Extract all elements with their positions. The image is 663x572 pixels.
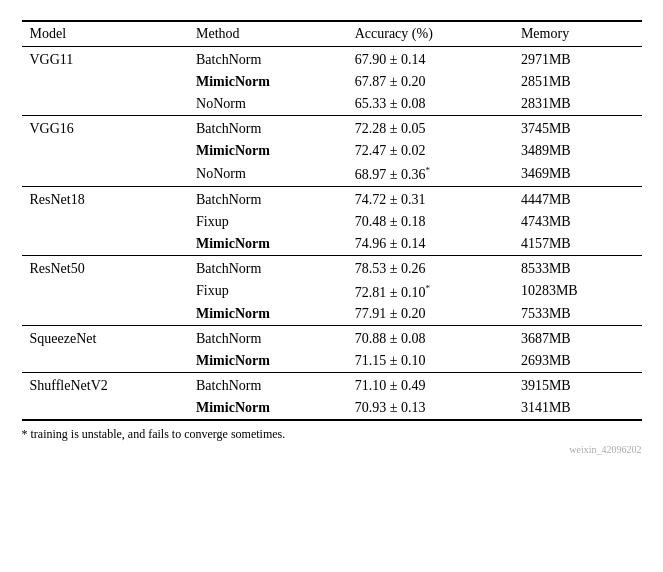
table-row: MimicNorm71.15 ± 0.102693MB <box>22 350 642 373</box>
cell-method: BatchNorm <box>188 116 347 141</box>
cell-accuracy: 67.87 ± 0.20 <box>347 71 513 93</box>
table-row: ShuffleNetV2BatchNorm71.10 ± 0.493915MB <box>22 373 642 398</box>
table-row: SqueezeNetBatchNorm70.88 ± 0.083687MB <box>22 326 642 351</box>
cell-method: NoNorm <box>188 162 347 186</box>
cell-model <box>22 303 189 326</box>
table-row: MimicNorm67.87 ± 0.202851MB <box>22 71 642 93</box>
cell-method: Fixup <box>188 211 347 233</box>
col-header-accuracy: Accuracy (%) <box>347 21 513 47</box>
table-row: ResNet50BatchNorm78.53 ± 0.268533MB <box>22 255 642 280</box>
cell-method: MimicNorm <box>188 233 347 256</box>
cell-memory: 2693MB <box>513 350 642 373</box>
cell-memory: 4157MB <box>513 233 642 256</box>
cell-method: BatchNorm <box>188 186 347 211</box>
cell-accuracy: 72.47 ± 0.02 <box>347 140 513 162</box>
cell-accuracy: 72.28 ± 0.05 <box>347 116 513 141</box>
table-row: MimicNorm70.93 ± 0.133141MB <box>22 397 642 420</box>
cell-accuracy: 72.81 ± 0.10* <box>347 280 513 304</box>
table-row: Fixup72.81 ± 0.10*10283MB <box>22 280 642 304</box>
cell-accuracy: 70.93 ± 0.13 <box>347 397 513 420</box>
cell-accuracy: 74.72 ± 0.31 <box>347 186 513 211</box>
cell-memory: 8533MB <box>513 255 642 280</box>
cell-method: Fixup <box>188 280 347 304</box>
cell-method: BatchNorm <box>188 326 347 351</box>
cell-memory: 2851MB <box>513 71 642 93</box>
cell-memory: 3141MB <box>513 397 642 420</box>
cell-model: SqueezeNet <box>22 326 189 351</box>
footnote-text: * training is unstable, and fails to con… <box>22 427 286 441</box>
cell-method: BatchNorm <box>188 373 347 398</box>
table-row: NoNorm68.97 ± 0.36*3469MB <box>22 162 642 186</box>
cell-accuracy: 68.97 ± 0.36* <box>347 162 513 186</box>
cell-model <box>22 350 189 373</box>
footnote: * training is unstable, and fails to con… <box>22 427 642 442</box>
cell-method: BatchNorm <box>188 255 347 280</box>
table-row: Fixup70.48 ± 0.184743MB <box>22 211 642 233</box>
cell-model: ResNet18 <box>22 186 189 211</box>
cell-method: MimicNorm <box>188 350 347 373</box>
cell-model <box>22 233 189 256</box>
table-row: MimicNorm77.91 ± 0.207533MB <box>22 303 642 326</box>
cell-model <box>22 93 189 116</box>
cell-memory: 10283MB <box>513 280 642 304</box>
cell-accuracy: 78.53 ± 0.26 <box>347 255 513 280</box>
col-header-method: Method <box>188 21 347 47</box>
cell-model: ShuffleNetV2 <box>22 373 189 398</box>
cell-model <box>22 140 189 162</box>
cell-accuracy: 67.90 ± 0.14 <box>347 47 513 72</box>
cell-model <box>22 211 189 233</box>
cell-method: NoNorm <box>188 93 347 116</box>
cell-memory: 2971MB <box>513 47 642 72</box>
cell-accuracy: 74.96 ± 0.14 <box>347 233 513 256</box>
cell-method: MimicNorm <box>188 71 347 93</box>
cell-model: VGG11 <box>22 47 189 72</box>
table-row: VGG16BatchNorm72.28 ± 0.053745MB <box>22 116 642 141</box>
col-header-memory: Memory <box>513 21 642 47</box>
cell-model <box>22 280 189 304</box>
table-row: ResNet18BatchNorm74.72 ± 0.314447MB <box>22 186 642 211</box>
cell-memory: 3489MB <box>513 140 642 162</box>
cell-model: ResNet50 <box>22 255 189 280</box>
table-row: NoNorm65.33 ± 0.082831MB <box>22 93 642 116</box>
cell-memory: 2831MB <box>513 93 642 116</box>
table-row: MimicNorm74.96 ± 0.144157MB <box>22 233 642 256</box>
cell-memory: 3915MB <box>513 373 642 398</box>
cell-method: MimicNorm <box>188 140 347 162</box>
cell-memory: 3469MB <box>513 162 642 186</box>
header-row: Model Method Accuracy (%) Memory <box>22 21 642 47</box>
cell-accuracy: 70.88 ± 0.08 <box>347 326 513 351</box>
cell-accuracy: 71.10 ± 0.49 <box>347 373 513 398</box>
watermark: weixin_42096202 <box>22 444 642 455</box>
results-table: Model Method Accuracy (%) Memory VGG11Ba… <box>22 20 642 421</box>
cell-accuracy: 70.48 ± 0.18 <box>347 211 513 233</box>
table-container: Model Method Accuracy (%) Memory VGG11Ba… <box>22 20 642 455</box>
cell-method: MimicNorm <box>188 303 347 326</box>
cell-memory: 3745MB <box>513 116 642 141</box>
cell-accuracy: 65.33 ± 0.08 <box>347 93 513 116</box>
col-header-model: Model <box>22 21 189 47</box>
cell-memory: 4743MB <box>513 211 642 233</box>
cell-memory: 4447MB <box>513 186 642 211</box>
table-row: VGG11BatchNorm67.90 ± 0.142971MB <box>22 47 642 72</box>
cell-accuracy: 77.91 ± 0.20 <box>347 303 513 326</box>
cell-model <box>22 162 189 186</box>
cell-model: VGG16 <box>22 116 189 141</box>
table-row: MimicNorm72.47 ± 0.023489MB <box>22 140 642 162</box>
cell-model <box>22 71 189 93</box>
cell-model <box>22 397 189 420</box>
cell-method: MimicNorm <box>188 397 347 420</box>
cell-accuracy: 71.15 ± 0.10 <box>347 350 513 373</box>
cell-memory: 3687MB <box>513 326 642 351</box>
cell-method: BatchNorm <box>188 47 347 72</box>
cell-memory: 7533MB <box>513 303 642 326</box>
